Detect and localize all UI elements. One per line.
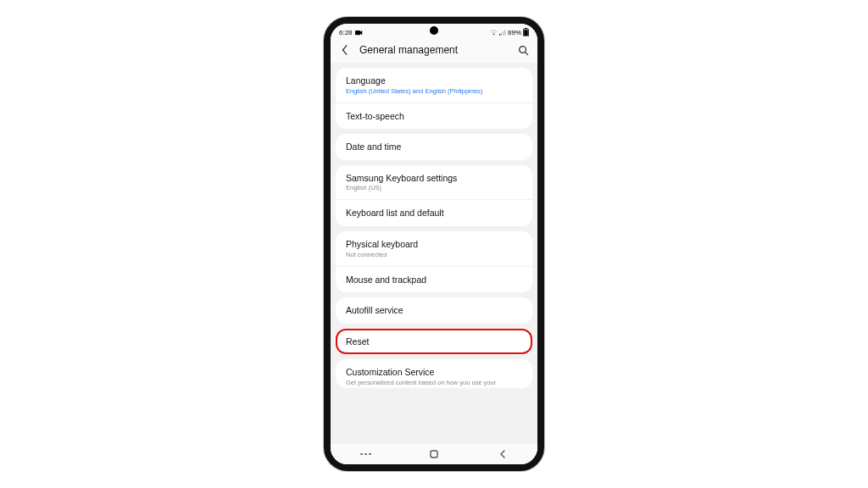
nav-back-button[interactable] bbox=[486, 447, 520, 461]
back-button[interactable] bbox=[339, 44, 351, 56]
row-autofill-service[interactable]: Autofill service bbox=[336, 297, 532, 324]
svg-rect-4 bbox=[503, 30, 504, 35]
battery-icon bbox=[523, 28, 529, 36]
svg-rect-14 bbox=[431, 451, 437, 458]
signal-icon bbox=[499, 30, 506, 36]
wifi-icon bbox=[490, 30, 498, 36]
svg-rect-5 bbox=[504, 30, 505, 35]
svg-rect-0 bbox=[355, 30, 360, 34]
search-button[interactable] bbox=[517, 44, 529, 56]
phone-frame: 6:28 89% bbox=[324, 17, 544, 471]
battery-pct: 89% bbox=[508, 29, 521, 36]
row-mouse-and-trackpad[interactable]: Mouse and trackpad bbox=[336, 266, 532, 293]
svg-rect-8 bbox=[524, 30, 528, 36]
row-language[interactable]: Language English (United States) and Eng… bbox=[336, 68, 532, 103]
nav-recents-button[interactable] bbox=[348, 447, 382, 461]
nav-home-button[interactable] bbox=[417, 447, 451, 461]
row-samsung-keyboard-settings[interactable]: Samsung Keyboard settings English (US) bbox=[336, 165, 532, 200]
svg-line-10 bbox=[525, 52, 527, 54]
clock: 6:28 bbox=[339, 29, 353, 36]
page-title: General management bbox=[359, 44, 509, 56]
settings-list: Language English (United States) and Eng… bbox=[331, 63, 537, 443]
svg-rect-2 bbox=[499, 34, 500, 36]
svg-rect-3 bbox=[501, 32, 502, 35]
svg-point-1 bbox=[493, 33, 495, 35]
nav-bar bbox=[331, 443, 537, 464]
row-reset[interactable]: Reset bbox=[336, 329, 532, 355]
app-bar: General management bbox=[331, 39, 537, 63]
row-customization-service[interactable]: Customization Service Get personalized c… bbox=[336, 359, 532, 388]
row-text-to-speech[interactable]: Text-to-speech bbox=[336, 103, 532, 130]
row-keyboard-list-and-default[interactable]: Keyboard list and default bbox=[336, 199, 532, 226]
camera-notch bbox=[430, 26, 438, 35]
row-physical-keyboard[interactable]: Physical keyboard Not connected bbox=[336, 231, 532, 266]
row-date-and-time[interactable]: Date and time bbox=[336, 134, 532, 160]
video-icon bbox=[355, 30, 363, 36]
